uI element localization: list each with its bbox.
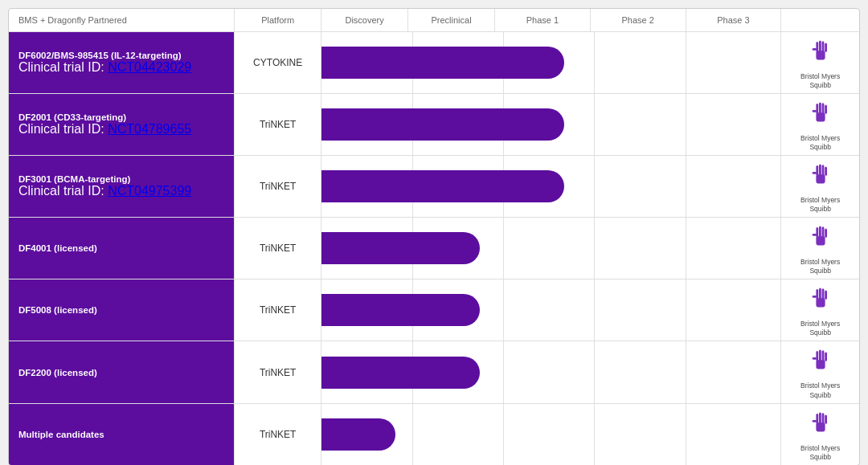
trial-id: Clinical trial ID: NCT04975399 (18, 184, 224, 198)
svg-rect-39 (821, 413, 824, 424)
pipeline-table: BMS + Dragonfly Partnered Platform Disco… (9, 9, 859, 465)
svg-rect-23 (812, 234, 817, 236)
progress-bar (321, 108, 564, 141)
platform-cell: CYTOKINE (235, 32, 321, 94)
pipeline-container: BMS + Dragonfly Partnered Platform Disco… (8, 8, 860, 465)
partner-logo-cell: Bristol MyersSquibb (781, 403, 859, 465)
preclinical-col (413, 404, 504, 465)
col-header-partner (781, 9, 859, 32)
phase3-cell (686, 32, 781, 94)
svg-rect-7 (816, 104, 818, 114)
trial-id: Clinical trial ID: NCT04789655 (18, 122, 224, 137)
bar-cell (321, 32, 686, 94)
svg-rect-38 (819, 412, 821, 423)
phase2-col (595, 218, 685, 279)
discovery-header: Discovery (321, 9, 407, 31)
bar-cell (321, 94, 686, 156)
svg-rect-20 (819, 226, 821, 238)
phase2-col (595, 341, 685, 402)
phase2-header: Phase 2 (591, 9, 686, 31)
svg-rect-40 (825, 414, 827, 423)
trial-id: Clinical trial ID: NCT04423029 (18, 60, 224, 75)
svg-rect-36 (816, 422, 825, 431)
partner-name: Bristol MyersSquibb (784, 72, 856, 90)
bar-cell (321, 156, 686, 218)
svg-rect-21 (821, 226, 824, 238)
pipeline-row: DF3001 (BCMA-targeting)Clinical trial ID… (9, 156, 859, 218)
svg-rect-3 (821, 41, 824, 52)
svg-rect-17 (812, 172, 817, 174)
partner-name: Bristol MyersSquibb (784, 196, 856, 214)
pipeline-row: DF2001 (CD33-targeting)Clinical trial ID… (9, 94, 859, 156)
col-header-title: BMS + Dragonfly Partnered (9, 9, 235, 32)
drug-cell: DF5008 (licensed) (9, 279, 235, 341)
svg-rect-15 (821, 165, 824, 176)
progress-bar (321, 294, 480, 326)
drug-name: DF4001 (licensed) (18, 243, 224, 253)
col-header-phase1: Phase 1 (495, 9, 591, 32)
partner-logo-cell: Bristol MyersSquibb (781, 279, 859, 341)
trial-link[interactable]: NCT04423029 (108, 60, 191, 74)
platform-cell: TriNKET (235, 94, 321, 156)
bar-cell (321, 403, 686, 465)
drug-cell: DF2200 (licensed) (9, 341, 235, 403)
phase2-col (595, 94, 685, 155)
pipeline-row: DF2200 (licensed)TriNKET Bristol MyersSq… (9, 341, 859, 403)
svg-rect-30 (816, 361, 825, 369)
drug-name: DF2001 (CD33-targeting) (18, 112, 224, 122)
platform-cell: TriNKET (235, 156, 321, 218)
pipeline-row: DF5008 (licensed)TriNKET Bristol MyersSq… (9, 279, 859, 341)
phase1-col (504, 404, 595, 465)
pipeline-row: DF4001 (licensed)TriNKET Bristol MyersSq… (9, 218, 859, 279)
svg-rect-12 (816, 174, 825, 183)
partner-name: Bristol MyersSquibb (784, 258, 856, 275)
svg-rect-34 (825, 353, 827, 361)
trial-link[interactable]: NCT04789655 (108, 122, 191, 136)
phase2-col (595, 156, 685, 217)
drug-name: DF3001 (BCMA-targeting) (18, 174, 224, 184)
svg-rect-2 (819, 40, 821, 51)
pipeline-row: DF6002/BMS-985415 (IL-12-targeting)Clini… (9, 32, 859, 94)
svg-rect-28 (825, 291, 827, 300)
phase3-cell (686, 403, 781, 465)
trial-link[interactable]: NCT04975399 (108, 184, 191, 198)
pipeline-row: Multiple candidatesTriNKET Bristol Myers… (9, 403, 859, 465)
phase3-cell (686, 156, 781, 218)
svg-rect-6 (816, 112, 825, 121)
col-header-phase3: Phase 3 (686, 9, 781, 32)
partner-logo-cell: Bristol MyersSquibb (781, 218, 859, 279)
platform-cell: TriNKET (235, 279, 321, 341)
svg-rect-25 (816, 289, 818, 300)
svg-rect-41 (812, 420, 817, 422)
col-header-preclinical: Preclinical (408, 9, 495, 32)
progress-bar (321, 170, 564, 202)
col-header-platform: Platform (235, 9, 321, 32)
partner-name: Bristol MyersSquibb (784, 444, 856, 462)
platform-cell: TriNKET (235, 218, 321, 279)
drug-cell: DF3001 (BCMA-targeting)Clinical trial ID… (9, 156, 235, 218)
svg-rect-9 (821, 103, 824, 114)
svg-rect-16 (825, 167, 827, 176)
partner-logo-cell: Bristol MyersSquibb (781, 32, 859, 94)
svg-rect-33 (821, 351, 824, 362)
svg-rect-8 (819, 102, 821, 113)
svg-rect-37 (816, 414, 818, 424)
phase3-header: Phase 3 (686, 9, 781, 31)
svg-rect-4 (825, 43, 827, 52)
phase3-cell (686, 341, 781, 403)
partner-name: Bristol MyersSquibb (784, 320, 856, 337)
svg-rect-27 (821, 289, 824, 300)
col-header-phase2: Phase 2 (590, 9, 686, 32)
progress-bar (321, 232, 480, 264)
svg-rect-14 (819, 165, 821, 176)
svg-rect-5 (812, 48, 817, 51)
section-label: BMS + Dragonfly Partnered (9, 9, 234, 31)
drug-cell: DF2001 (CD33-targeting)Clinical trial ID… (9, 94, 235, 156)
partner-header (781, 14, 859, 27)
svg-rect-0 (816, 51, 825, 59)
partner-logo-cell: Bristol MyersSquibb (781, 341, 859, 403)
svg-rect-10 (825, 105, 827, 114)
progress-bar (321, 418, 395, 451)
drug-cell: DF4001 (licensed) (9, 218, 235, 279)
svg-rect-24 (816, 299, 825, 308)
